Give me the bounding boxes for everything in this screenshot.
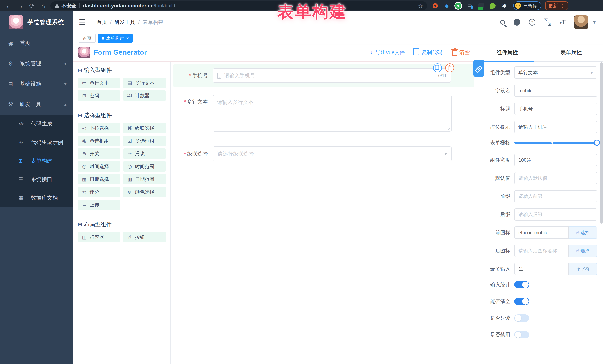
cascader-select[interactable]: 请选择级联选择 ▾ [213,146,452,161]
tag-home[interactable]: 首页 [79,34,95,43]
component-type-select[interactable]: 单行文本 ▾ [514,66,597,78]
palette-item-rate[interactable]: ☆评分 [78,187,120,197]
extension-flower-icon[interactable]: ✱ [501,2,508,9]
update-button[interactable]: 更新 ⋮ [545,1,568,10]
export-vue-button[interactable]: ↓ 导出vue文件 [370,49,405,56]
palette-item-select[interactable]: ◎下拉选择 [78,123,120,133]
multi-text-icon: ▤ [127,80,133,86]
bookmark-star-icon[interactable]: ☆ [418,3,423,9]
sidebar-item-label: 表单构建 [31,157,52,165]
url-path[interactable]: /tool/build [154,3,175,9]
search-icon[interactable] [500,20,505,25]
palette-item-checkbox-group[interactable]: ☑多选框组 [123,136,166,146]
font-size-icon[interactable]: тT [560,18,566,26]
clearable-toggle[interactable] [514,298,529,305]
max-length-input[interactable]: 11 [514,263,569,275]
translate-float-button[interactable] [474,60,484,77]
palette-item-time-picker[interactable]: ◷时间选择 [78,161,120,172]
suffix-input[interactable]: 请输入后缀 [514,208,597,221]
canvas-field-mobile-selected[interactable]: 手机号 请输入手机号 0/11 [173,64,474,87]
close-icon[interactable]: × [126,36,129,41]
delete-field-button[interactable] [445,63,454,72]
sidebar-item-devtools[interactable]: ⚒ 研发工具 ▴ [0,94,73,115]
breadcrumb-devtools[interactable]: 研发工具 [115,19,135,26]
disabled-toggle[interactable] [514,331,529,338]
width-input[interactable]: 100% [514,154,597,166]
default-value-input[interactable]: 请输入默认值 [514,172,597,184]
security-label[interactable]: 不安全 [62,3,76,9]
home-icon[interactable]: ⌂ [37,0,49,11]
sidebar-item-form-builder[interactable]: ⊞ 表单构建 [0,152,73,170]
palette-item-cascader[interactable]: ⌘级联选择 [123,123,166,133]
extension-gem-icon[interactable]: ◆ [443,2,450,9]
palette-item-date-picker[interactable]: ▦日期选择 [78,174,120,184]
form-grid-slider[interactable] [514,139,597,146]
user-avatar[interactable] [574,15,588,29]
slider-track[interactable] [514,142,597,144]
prefix-icon-pick-button[interactable]: ☝ 选择 [569,226,597,239]
sidebar-logo[interactable]: 芋道管理系统 [0,11,73,33]
suffix-icon-pick-button[interactable]: ☝ 选择 [569,245,597,257]
back-icon[interactable]: ← [3,0,14,11]
palette-item-button[interactable]: ☝按钮 [123,232,166,243]
scrollbar-thumb[interactable] [600,62,603,223]
palette-item-date-range[interactable]: ▥日期范围 [123,174,166,184]
placeholder-input[interactable]: 请输入手机号 [514,121,597,133]
palette-item-radio-group[interactable]: ◉单选框组 [78,136,120,146]
toolbox-icon: ⚒ [8,101,20,108]
duplicate-field-button[interactable] [433,63,442,72]
palette-item-upload[interactable]: ☁上传 [78,200,120,210]
mobile-input[interactable]: 请输入手机号 0/11 [213,68,451,83]
hamburger-icon[interactable]: ☰ [79,18,90,26]
palette-item-slider[interactable]: ⊸滑块 [123,148,166,159]
tag-form-builder[interactable]: 表单构建 × [98,34,133,43]
address-bar[interactable]: 不安全 dashboard.yudao.iocoder.cn /tool/bui… [50,1,427,10]
more-dots-icon[interactable]: ⋮ [560,3,565,9]
help-icon[interactable]: ? [529,19,535,26]
title-input[interactable]: 手机号 [514,103,597,115]
tab-form-props[interactable]: 表单属性 [539,44,603,61]
paused-badge[interactable]: 已暂停 [513,1,541,10]
extension-plant-icon[interactable] [489,2,496,9]
palette-item-counter[interactable]: 123计数器 [123,90,166,101]
reload-icon[interactable]: ⟳ [26,0,37,11]
palette-item-row-container[interactable]: ◫行容器 [78,232,120,243]
tab-component-props[interactable]: 组件属性 [475,44,539,61]
extension-app-icon[interactable] [478,2,485,9]
palette-item-switch[interactable]: ⊜开关 [78,148,120,159]
extension-green-icon[interactable] [455,2,462,9]
canvas-field-cascader[interactable]: 级联选择 请选择级联选择 ▾ [173,146,475,161]
breadcrumb-home[interactable]: 首页 [97,19,107,26]
palette-item-multi-text[interactable]: ▤多行文本 [123,78,166,88]
form-canvas[interactable]: 手机号 请输入手机号 0/11 多 [171,62,475,364]
clear-button[interactable]: 清空 [452,49,470,56]
prefix-input[interactable]: 请输入前缀 [514,190,597,202]
canvas-field-textarea[interactable]: 多行文本 请输入多行文本 [173,95,475,132]
readonly-toggle[interactable] [514,314,529,322]
palette-item-password[interactable]: ⊡密码 [78,90,120,101]
extension-ring-icon[interactable] [432,2,439,9]
sidebar-item-codegen[interactable]: </> 代码生成 [0,115,73,133]
copy-code-button[interactable]: 复制代码 [415,49,442,56]
url-host[interactable]: dashboard.yudao.iocoder.cn [83,3,154,9]
palette-item-single-text[interactable]: ▭单行文本 [78,78,120,88]
palette-item-color-picker[interactable]: ⊛颜色选择 [123,187,166,197]
sidebar-item-infra[interactable]: ⊟ 基础设施 ▾ [0,74,73,94]
sidebar-item-db-doc[interactable]: ▦ 数据库文档 [0,189,73,207]
sidebar-item-system[interactable]: ⚙ 系统管理 ▾ [0,53,73,74]
forward-icon[interactable]: → [14,0,26,11]
extension-bars-icon[interactable]: ≡ [466,2,473,9]
github-icon[interactable] [514,19,520,26]
slider-handle[interactable] [594,140,600,146]
sidebar-item-home[interactable]: ◉ 首页 [0,33,73,53]
sidebar-item-codegen-demo[interactable]: ☺ 代码生成示例 [0,133,73,152]
sidebar-item-system-api[interactable]: ☰ 系统接口 [0,170,73,189]
palette-item-time-range[interactable]: ◶时间范围 [123,161,166,172]
field-name-input[interactable]: mobile [514,85,597,97]
show-count-toggle[interactable] [514,281,529,288]
prefix-icon-input[interactable]: el-icon-mobile [514,226,569,239]
textarea-input[interactable]: 请输入多行文本 [213,95,452,132]
fullscreen-icon[interactable] [544,19,551,26]
suffix-icon-input[interactable]: 请输入后图标名称 [514,245,569,257]
caret-down-icon[interactable]: ▾ [593,20,596,25]
